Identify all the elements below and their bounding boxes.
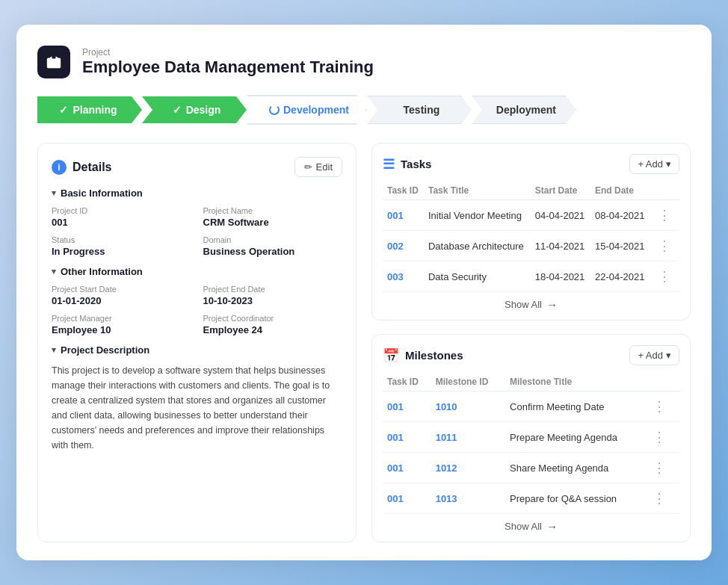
other-info-toggle[interactable]: ▾ Other Information <box>52 266 342 277</box>
project-icon <box>37 46 70 78</box>
table-row: 001 1011 Prepare Meeting Agenda ⋮ <box>383 422 679 453</box>
table-row: 001 1012 Share Meeting Agenda ⋮ <box>383 453 679 483</box>
milestone-id[interactable]: 1012 <box>431 453 505 483</box>
task-title: Database Architecture <box>424 231 531 261</box>
field-label-start-date: Project Start Date <box>52 285 191 294</box>
table-row: 001 1013 Prepare for Q&A session ⋮ <box>383 483 679 514</box>
field-value-start-date: 01-01-2020 <box>52 295 191 306</box>
more-options-button[interactable]: ⋮ <box>655 238 674 254</box>
m-task-id[interactable]: 001 <box>383 483 431 514</box>
task-start: 11-04-2021 <box>531 231 590 261</box>
basic-info-toggle[interactable]: ▾ Basic Information <box>52 188 342 199</box>
milestone-id[interactable]: 1011 <box>431 422 505 453</box>
pipeline-step-deployment[interactable]: Deployment <box>472 96 576 124</box>
task-id[interactable]: 003 <box>383 261 424 292</box>
details-title-text: Details <box>73 161 111 174</box>
tasks-title: ☰ Tasks <box>383 156 431 173</box>
pipeline-step-design[interactable]: ✓ Design <box>142 96 247 123</box>
table-row: 003 Data Security 18-04-2021 22-04-2021 … <box>383 261 679 292</box>
tasks-header-row: Task ID Task Title Start Date End Date <box>383 182 679 200</box>
task-actions[interactable]: ⋮ <box>650 261 679 292</box>
more-options-button[interactable]: ⋮ <box>655 207 674 223</box>
pipeline-step-planning[interactable]: ✓ Planning <box>37 96 142 123</box>
desc-toggle[interactable]: ▾ Project Description <box>52 344 342 356</box>
task-end: 08-04-2021 <box>590 200 650 231</box>
milestones-add-chevron-icon: ▾ <box>666 350 671 361</box>
right-panel: ☰ Tasks + Add ▾ Task ID Task Title Start… <box>371 143 691 542</box>
task-start: 04-04-2021 <box>531 200 590 231</box>
milestone-actions[interactable]: ⋮ <box>645 453 679 483</box>
milestone-title: Prepare Meeting Agenda <box>505 422 645 453</box>
field-value-project-id: 001 <box>52 217 191 228</box>
more-options-button[interactable]: ⋮ <box>655 268 674 285</box>
field-label-domain: Domain <box>203 235 343 244</box>
milestones-header-row: Task ID Milestone ID Milestone Title <box>383 373 679 391</box>
task-end: 15-04-2021 <box>590 231 650 261</box>
field-value-domain: Business Operation <box>203 246 343 257</box>
tasks-show-all[interactable]: Show All → <box>383 292 679 312</box>
milestone-title: Prepare for Q&A session <box>505 483 645 514</box>
field-label-coordinator: Project Coordinator <box>203 314 343 323</box>
other-info-fields: Project Start Date 01-01-2020 Project En… <box>52 285 342 335</box>
table-row: 001 Initial Vendor Meeting 04-04-2021 08… <box>383 200 679 231</box>
tasks-add-button[interactable]: + Add ▾ <box>629 154 679 174</box>
details-header: i Details ✏ Edit <box>52 157 342 177</box>
pipeline-label-planning: Planning <box>73 104 117 116</box>
project-header: Project Employee Data Management Trainin… <box>37 46 691 78</box>
task-id[interactable]: 002 <box>383 231 424 261</box>
task-start: 18-04-2021 <box>531 261 590 292</box>
project-description: This project is to develop a software sy… <box>52 363 342 453</box>
milestones-header: 📅 Milestones + Add ▾ <box>383 345 679 365</box>
milestones-show-all[interactable]: Show All → <box>383 514 679 534</box>
col-m-actions <box>645 373 679 391</box>
chevron-icon: ▾ <box>52 188 56 198</box>
milestones-title: 📅 Milestones <box>383 347 463 364</box>
field-coordinator: Project Coordinator Employee 24 <box>203 314 343 335</box>
edit-button[interactable]: ✏ Edit <box>294 157 342 177</box>
task-actions[interactable]: ⋮ <box>650 231 679 261</box>
milestone-actions[interactable]: ⋮ <box>645 391 679 422</box>
milestone-id[interactable]: 1013 <box>431 483 505 514</box>
project-meta: Project Employee Data Management Trainin… <box>82 47 374 77</box>
tasks-title-text: Tasks <box>401 158 431 170</box>
m-task-id[interactable]: 001 <box>383 391 431 422</box>
spin-icon <box>269 105 280 115</box>
m-task-id[interactable]: 001 <box>383 453 431 483</box>
field-value-project-name: CRM Software <box>203 217 343 228</box>
milestones-show-all-label: Show All <box>505 521 542 532</box>
tasks-table: Task ID Task Title Start Date End Date 0… <box>383 182 679 292</box>
tasks-panel: ☰ Tasks + Add ▾ Task ID Task Title Start… <box>371 143 691 321</box>
info-icon: i <box>52 160 67 175</box>
more-options-button[interactable]: ⋮ <box>650 398 669 415</box>
more-options-button[interactable]: ⋮ <box>650 459 669 476</box>
field-label-project-name: Project Name <box>203 206 343 215</box>
milestone-id[interactable]: 1010 <box>431 391 505 422</box>
field-start-date: Project Start Date 01-01-2020 <box>52 285 191 306</box>
field-domain: Domain Business Operation <box>203 235 343 257</box>
more-options-button[interactable]: ⋮ <box>650 490 669 507</box>
tasks-show-all-label: Show All <box>505 299 542 310</box>
task-title: Data Security <box>424 261 531 292</box>
col-milestone-title: Milestone Title <box>505 373 645 391</box>
project-label: Project <box>82 47 374 58</box>
check-icon: ✓ <box>173 104 182 116</box>
field-status: Status In Progress <box>52 235 191 257</box>
task-id[interactable]: 001 <box>383 200 424 231</box>
basic-info-label: Basic Information <box>61 188 143 199</box>
milestones-panel: 📅 Milestones + Add ▾ Task ID Milestone I… <box>371 334 691 542</box>
field-project-name: Project Name CRM Software <box>203 206 343 228</box>
field-value-coordinator: Employee 24 <box>203 324 343 335</box>
basic-info-fields: Project ID 001 Project Name CRM Software… <box>52 206 342 257</box>
milestone-title: Confirm Meeting Date <box>505 391 645 422</box>
pipeline-step-testing[interactable]: Testing <box>367 96 472 124</box>
task-actions[interactable]: ⋮ <box>650 200 679 231</box>
more-options-button[interactable]: ⋮ <box>650 429 669 445</box>
m-task-id[interactable]: 001 <box>383 422 431 453</box>
milestone-actions[interactable]: ⋮ <box>645 422 679 453</box>
pipeline-step-development[interactable]: Development <box>247 95 367 125</box>
milestone-actions[interactable]: ⋮ <box>645 483 679 514</box>
col-task-id: Task ID <box>383 182 424 200</box>
table-row: 002 Database Architecture 11-04-2021 15-… <box>383 231 679 261</box>
milestones-add-button[interactable]: + Add ▾ <box>629 345 679 365</box>
main-content: i Details ✏ Edit ▾ Basic Information Pro… <box>37 143 691 542</box>
